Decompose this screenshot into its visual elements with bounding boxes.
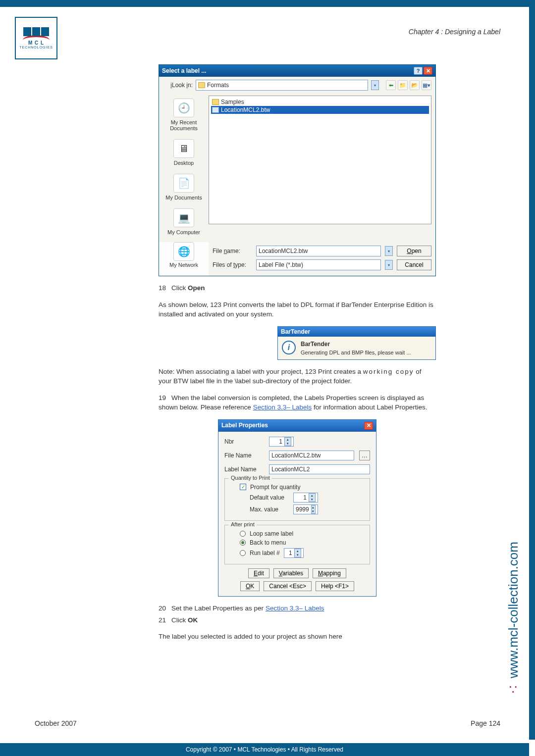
folder-icon xyxy=(198,82,205,88)
chevron-down-icon[interactable]: ▾ xyxy=(371,80,379,90)
lp-labelname-input[interactable]: LocationMCL2 xyxy=(269,464,370,474)
spinner-icon[interactable]: ▴▾ xyxy=(309,493,316,502)
place-mynetwork[interactable]: 🌐 My Network xyxy=(159,242,209,276)
note-paragraph: Note: When associating a label with your… xyxy=(159,367,436,386)
back-icon[interactable]: ⬅ xyxy=(386,80,396,90)
browse-button[interactable]: … xyxy=(359,451,370,460)
folder-icon xyxy=(212,99,219,105)
side-bar xyxy=(529,7,535,740)
lp-nbr-label: Nbr xyxy=(224,438,264,445)
vertical-url: ∴ www.mcl-collection.com xyxy=(506,542,521,697)
bartender-title: BarTender xyxy=(278,327,435,337)
file-list[interactable]: Samples LocationMCL2.btw xyxy=(209,96,431,224)
footer-page: Page 124 xyxy=(471,719,500,727)
step-21: 21Click OK xyxy=(159,615,436,625)
spinner-icon[interactable]: ▴▾ xyxy=(294,549,301,557)
bartender-msg: Generating DPL and BMP files, please wai… xyxy=(301,350,411,355)
chevron-down-icon[interactable]: ▾ xyxy=(385,246,393,256)
step-19: 19When the label conversion is completed… xyxy=(159,393,436,412)
up-folder-icon[interactable]: 📁 xyxy=(398,80,408,90)
lp-filename-label: File Name xyxy=(224,452,264,459)
btw-file-icon xyxy=(212,107,219,113)
edit-button[interactable]: Edit xyxy=(248,568,269,578)
default-value-input[interactable]: 1▴▾ xyxy=(293,493,318,503)
qty-legend: Quantity to Print xyxy=(229,475,272,481)
place-mydocs[interactable]: 📄 My Documents xyxy=(159,171,209,205)
section-3-3-link[interactable]: Section 3.3– Labels xyxy=(253,403,312,411)
logo-text: M C L xyxy=(19,40,53,46)
close-icon[interactable]: ✕ xyxy=(364,422,373,430)
step-18: 18Click Open xyxy=(159,283,436,293)
info-icon: i xyxy=(282,341,296,354)
help-button[interactable]: Help <F1> xyxy=(316,581,354,591)
close-icon[interactable]: ✕ xyxy=(424,67,432,75)
default-label: Default value xyxy=(250,494,289,501)
loop-radio[interactable] xyxy=(240,531,246,537)
filetype-label: Files of type: xyxy=(213,261,252,268)
mydocs-icon: 📄 xyxy=(173,174,194,193)
quantity-fieldset: Quantity to Print ✓ Prompt for quantity … xyxy=(224,478,370,521)
copyright-bar: Copyright © 2007 • MCL Technologies • Al… xyxy=(0,743,529,756)
lookin-label: iLook in:Look in: xyxy=(163,82,193,89)
prompt-label: Prompt for quantity xyxy=(250,484,300,491)
top-bar xyxy=(0,0,535,7)
dialog-title: Select a label ... xyxy=(162,67,206,74)
ok-button[interactable]: OK xyxy=(240,581,260,591)
chapter-title: Chapter 4 : Designing a Label xyxy=(409,28,500,36)
help-icon[interactable]: ? xyxy=(414,67,423,75)
max-value-input[interactable]: 9999▴▾ xyxy=(293,504,318,514)
variables-button[interactable]: Variables xyxy=(273,568,309,578)
select-label-dialog: Select a label ... ? ✕ iLook in:Look in:… xyxy=(159,64,436,276)
lp-filename-input[interactable]: LocationMCL2.btw xyxy=(269,451,354,460)
place-recent[interactable]: 🕘 My Recent Documents xyxy=(159,96,209,136)
new-folder-icon[interactable]: 📂 xyxy=(410,80,420,90)
backmenu-radio[interactable] xyxy=(240,540,246,546)
mycomputer-icon: 💻 xyxy=(173,208,194,227)
bartender-popup: BarTender i BarTender Generating DPL and… xyxy=(277,326,436,360)
place-desktop[interactable]: 🖥 Desktop xyxy=(159,136,209,171)
file-item-folder[interactable]: Samples xyxy=(211,98,429,106)
section-3-3-link[interactable]: Section 3.3– Labels xyxy=(266,605,324,612)
prompt-checkbox[interactable]: ✓ xyxy=(240,484,246,490)
paragraph-2: The label you selected is added to your … xyxy=(159,632,436,642)
lp-title: Label Properties xyxy=(221,422,268,430)
file-item-selected[interactable]: LocationMCL2.btw xyxy=(211,106,429,114)
chevron-down-icon[interactable]: ▾ xyxy=(385,260,393,270)
logo: M C L TECHNOLOGIES xyxy=(15,17,57,59)
places-bar: 🕘 My Recent Documents 🖥 Desktop 📄 My Doc… xyxy=(159,94,209,242)
network-icon: 🌐 xyxy=(173,242,194,261)
step-20: 20Set the Label Properties as per Sectio… xyxy=(159,604,436,613)
lp-nbr-input[interactable]: 1▴▾ xyxy=(269,437,294,447)
cancel-button[interactable]: Cancel xyxy=(397,259,431,270)
filename-input[interactable]: LocationMCL2.btw xyxy=(256,246,381,256)
mapping-button[interactable]: Mapping xyxy=(313,568,346,578)
open-button[interactable]: Open xyxy=(397,246,431,256)
lookin-dropdown[interactable]: Formats xyxy=(196,80,368,91)
paragraph-1: As shown below, 123 Print converts the l… xyxy=(159,300,436,319)
footer-date: October 2007 xyxy=(35,719,77,727)
bartender-heading: BarTender xyxy=(301,341,411,348)
max-label: Max. value xyxy=(250,506,289,513)
spinner-icon[interactable]: ▴▾ xyxy=(311,505,316,514)
runlabel-input[interactable]: 1▴▾ xyxy=(284,548,304,558)
afterprint-fieldset: After print Loop same label Back to menu… xyxy=(224,525,370,564)
recent-docs-icon: 🕘 xyxy=(173,99,194,117)
label-properties-dialog: Label Properties ✕ Nbr 1▴▾ File Name Loc… xyxy=(218,419,376,597)
cancel-button[interactable]: Cancel <Esc> xyxy=(264,581,312,591)
view-menu-icon[interactable]: ▦▾ xyxy=(422,80,431,90)
spinner-icon[interactable]: ▴▾ xyxy=(284,437,291,446)
lp-labelname-label: Label Name xyxy=(224,466,264,473)
after-legend: After print xyxy=(229,521,257,527)
logo-subtext: TECHNOLOGIES xyxy=(19,46,53,49)
lookin-value: Formats xyxy=(207,82,229,89)
filename-label: File name: xyxy=(213,248,252,254)
desktop-icon: 🖥 xyxy=(173,139,194,158)
runlabel-radio[interactable] xyxy=(240,550,246,556)
place-mycomp[interactable]: 💻 My Computer xyxy=(159,205,209,240)
filetype-input[interactable]: Label File (*.btw) xyxy=(256,259,381,270)
